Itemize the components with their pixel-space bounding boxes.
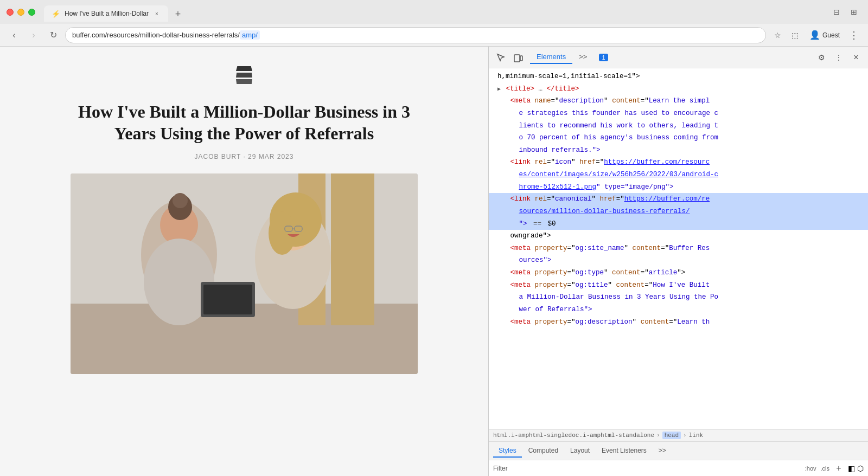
html-line-link-icon: <link rel="icon" href="https://buffer.co…: [489, 156, 868, 169]
filter-label: Filter: [493, 465, 508, 472]
browser-window: ⚡ How I've Built a Million-Dollar × + ⊟ …: [0, 0, 868, 476]
tab-layout[interactable]: Layout: [565, 445, 595, 458]
tab-event-listeners[interactable]: Event Listeners: [596, 445, 652, 458]
webpage-content: How I've Built a Million-Dollar Business…: [0, 47, 488, 476]
html-line-meta-desc-3: lients to recommend his work to others, …: [489, 120, 868, 132]
dom-eq-sign: ==: [533, 220, 541, 228]
breadcrumb-head[interactable]: head: [662, 432, 681, 439]
article-meta: JACOB BURT · 29 MAR 2023: [76, 153, 412, 160]
html-line-canonical[interactable]: <link rel="canonical" href="https://buff…: [489, 193, 868, 205]
buffer-logo: [236, 66, 252, 84]
filter-hov-button[interactable]: :hov: [805, 465, 816, 472]
html-line-canonical-2: sources/million-dollar-business-referral…: [489, 205, 868, 218]
svg-point-7: [173, 193, 188, 208]
html-line-og-title-2: a Million-Dollar Business in 3 Years Usi…: [489, 291, 868, 304]
devtools-toolbar: Elements >> 1 ⚙ ⋮ ×: [489, 47, 868, 68]
devtools-html-content: h,minimum-scale=1,initial-scale=1"> ▶ <t…: [489, 68, 868, 429]
breadcrumb-html[interactable]: html.i-amphtml-singledoc.i-amphtml-stand…: [493, 432, 654, 439]
filter-add-button[interactable]: +: [834, 464, 844, 473]
inspect-element-button[interactable]: [493, 50, 508, 65]
svg-rect-2: [331, 173, 374, 325]
window-minimize-icon[interactable]: ⊟: [829, 4, 844, 20]
minimize-button[interactable]: [17, 9, 24, 16]
close-button[interactable]: [7, 9, 14, 16]
tab-more-bottom[interactable]: >>: [653, 445, 672, 458]
window-maximize-icon[interactable]: ⊞: [846, 4, 861, 20]
html-line-link-icon-3: hrome-512x512-1.png" type="image/png">: [489, 181, 868, 194]
html-line-og-type: <meta property="og:type" content="articl…: [489, 267, 868, 279]
devtools-breadcrumb: html.i-amphtml-singledoc.i-amphtml-stand…: [489, 429, 868, 441]
html-line-meta-desc-2: e strategies this founder has used to en…: [489, 107, 868, 120]
breadcrumb-link[interactable]: link: [689, 432, 703, 439]
html-line-canonical-3: "> == $0: [489, 218, 868, 230]
collapse-icon[interactable]: ▶: [497, 86, 501, 92]
svg-rect-18: [203, 285, 252, 314]
profile-label: Guest: [822, 31, 840, 39]
nav-right-controls: ☆ ⬚ 👤 Guest ⋮: [770, 28, 861, 43]
devtools-filter-bar: Filter :hov .cls + ◧ ⬡: [489, 460, 868, 476]
filter-cls-button[interactable]: .cls: [821, 465, 830, 472]
device-toolbar-button[interactable]: [510, 50, 526, 65]
tab-close-button[interactable]: ×: [153, 10, 161, 17]
html-line-og-title: <meta property="og:title" content="How I…: [489, 279, 868, 292]
filter-input[interactable]: [512, 465, 801, 472]
maximize-button[interactable]: [28, 9, 35, 16]
devtools-panel: Elements >> 1 ⚙ ⋮ × h,minimum-scale=1,in…: [488, 47, 868, 476]
address-bar[interactable]: buffer.com/resources/million-dollar-busi…: [65, 27, 766, 43]
tab-styles[interactable]: Styles: [493, 445, 522, 458]
html-line-title[interactable]: ▶ <title> … </title>: [489, 83, 868, 95]
devtools-badge-container: 1: [598, 54, 608, 61]
new-tab-button[interactable]: +: [170, 7, 186, 22]
toggle-light-dark-icon[interactable]: ◧: [848, 464, 855, 473]
svg-point-12: [269, 211, 296, 255]
forward-button[interactable]: ›: [26, 28, 41, 43]
tab-more[interactable]: >>: [572, 50, 593, 64]
browser-menu-icon[interactable]: ⋮: [846, 28, 861, 43]
devtools-more-button[interactable]: ⋮: [831, 50, 846, 65]
html-line-link-icon-2: es/content/images/size/w256h256/2022/03/…: [489, 169, 868, 181]
html-line-meta-desc: <meta name="description" content="Learn …: [489, 95, 868, 107]
html-line-meta-desc-4: o 70 percent of his agency's business co…: [489, 132, 868, 144]
main-area: How I've Built a Million-Dollar Business…: [0, 47, 868, 476]
icon-href-link[interactable]: https://buffer.com/resourc: [604, 158, 710, 166]
html-line-og-desc: <meta property="og:description" content=…: [489, 316, 868, 329]
html-line-1: h,minimum-scale=1,initial-scale=1">: [489, 70, 868, 83]
icon-href-link-3[interactable]: hrome-512x512-1.png: [519, 183, 597, 191]
devtools-close-button[interactable]: ×: [848, 50, 864, 65]
reload-button[interactable]: ↻: [46, 28, 61, 43]
devtools-bottom-icons: ◧ ⬡: [848, 464, 864, 473]
title-bar: ⚡ How I've Built a Million-Dollar × + ⊟ …: [0, 0, 868, 24]
tab-title: How I've Built a Million-Dollar: [65, 10, 149, 17]
html-line-og-site: <meta property="og:site_name" content="B…: [489, 242, 868, 255]
article-header: How I've Built a Million-Dollar Business…: [76, 101, 412, 160]
devtools-tabs: Elements >>: [530, 50, 593, 64]
traffic-lights: [7, 9, 35, 16]
browser-tab[interactable]: ⚡ How I've Built a Million-Dollar ×: [44, 5, 168, 22]
window-layout-icon[interactable]: ⬚: [788, 28, 803, 43]
canonical-href[interactable]: https://buffer.com/re: [624, 195, 710, 203]
devtools-settings-button[interactable]: ⚙: [814, 50, 829, 65]
icon-href-link-2[interactable]: es/content/images/size/w256h256/2022/03/…: [519, 171, 719, 178]
devtools-right-controls: ⚙ ⋮ ×: [814, 50, 864, 65]
article-photo: [71, 173, 418, 374]
tab-computed[interactable]: Computed: [523, 445, 564, 458]
url-text: buffer.com/resources/million-dollar-busi…: [72, 31, 240, 39]
buffer-logo-mid: [236, 73, 252, 78]
devtools-badge: 1: [599, 54, 608, 61]
buffer-logo-top: [236, 66, 252, 71]
profile-button[interactable]: 👤 Guest: [805, 29, 844, 41]
tab-favicon: ⚡: [52, 10, 60, 18]
undock-icon[interactable]: ⬡: [857, 464, 864, 473]
html-line-og-title-3: wer of Referrals">: [489, 304, 868, 316]
dom-dollar: $0: [548, 220, 556, 228]
svg-rect-23: [520, 56, 522, 61]
svg-rect-22: [514, 55, 520, 62]
tab-elements[interactable]: Elements: [530, 50, 572, 64]
bookmarks-icon[interactable]: ☆: [770, 28, 786, 43]
navigation-bar: ‹ › ↻ buffer.com/resources/million-dolla…: [0, 24, 868, 47]
devtools-styles-toolbar: Styles Computed Layout Event Listeners >…: [489, 441, 868, 460]
html-line-og-site-2: ources">: [489, 254, 868, 267]
article-title: How I've Built a Million-Dollar Business…: [76, 101, 412, 144]
back-button[interactable]: ‹: [7, 28, 22, 43]
canonical-href-2[interactable]: sources/million-dollar-business-referral…: [519, 208, 690, 215]
